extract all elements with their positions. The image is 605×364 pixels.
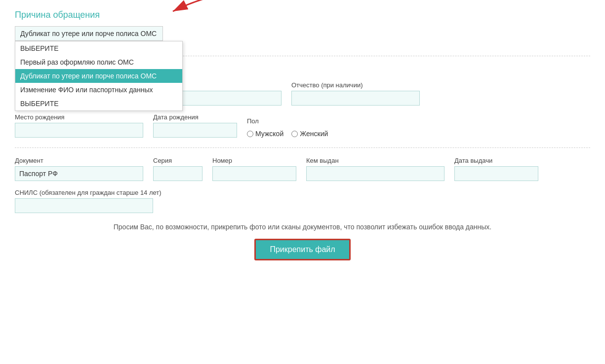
issued-by-label: Кем выдан xyxy=(306,157,444,164)
snils-row: СНИЛС (обязателен для граждан старше 14 … xyxy=(15,189,590,213)
birthdate-label: Дата рождения xyxy=(153,113,237,121)
document-section: Документ Серия Номер Кем выдан Дата выда… xyxy=(15,157,590,213)
gender-male-radio[interactable] xyxy=(247,131,253,137)
number-label: Номер xyxy=(212,157,296,164)
issued-by-group: Кем выдан xyxy=(306,157,444,181)
document-row-1: Документ Серия Номер Кем выдан Дата выда… xyxy=(15,157,590,181)
reason-section: Причина обращения Дубликат по утере или … xyxy=(15,10,590,46)
attach-file-button[interactable]: Прикрепить файл xyxy=(254,239,350,260)
dropdown-option-choose2[interactable]: ВЫБЕРИТЕ xyxy=(15,97,182,110)
issue-date-label: Дата выдачи xyxy=(454,157,538,164)
dropdown-option-change[interactable]: Изменение ФИО или паспортных данных xyxy=(15,83,182,97)
reason-title: Причина обращения xyxy=(15,10,590,20)
personal-row-2: Место рождения Дата рождения Пол Мужской… xyxy=(15,113,590,138)
middle-name-label: Отчество (при наличии) xyxy=(291,81,420,89)
dropdown-option-first[interactable]: Первый раз оформляю полис ОМС xyxy=(15,55,182,69)
number-input[interactable] xyxy=(212,166,296,181)
gender-male-text: Мужской xyxy=(255,130,283,138)
gender-label: Пол xyxy=(247,117,328,125)
middle-name-input[interactable] xyxy=(291,91,420,106)
birthplace-label: Место рождения xyxy=(15,113,143,121)
gender-male-label[interactable]: Мужской xyxy=(247,130,283,138)
number-group: Номер xyxy=(212,157,296,181)
issue-date-group: Дата выдачи xyxy=(454,157,538,181)
dropdown-option-choose[interactable]: ВЫБЕРИТЕ xyxy=(15,41,182,55)
snils-group: СНИЛС (обязателен для граждан старше 14 … xyxy=(15,189,161,213)
gender-female-text: Женский xyxy=(300,130,328,138)
bottom-note: Просим Вас, по возможности, прикрепить ф… xyxy=(15,223,590,231)
document-type-label: Документ xyxy=(15,157,143,164)
snils-label: СНИЛС (обязателен для граждан старше 14 … xyxy=(15,189,161,196)
series-group: Серия xyxy=(153,157,202,181)
series-label: Серия xyxy=(153,157,202,164)
issued-by-input[interactable] xyxy=(306,166,444,181)
issue-date-input[interactable] xyxy=(454,166,538,181)
attach-button-wrapper: Прикрепить файл xyxy=(15,239,590,260)
gender-group: Пол Мужской Женский xyxy=(247,117,328,138)
reason-dropdown-list: ВЫБЕРИТЕ Первый раз оформляю полис ОМС Д… xyxy=(15,41,183,111)
document-type-input[interactable] xyxy=(15,166,143,181)
gender-options: Мужской Женский xyxy=(247,127,328,138)
gender-female-radio[interactable] xyxy=(291,131,298,137)
birthdate-group: Дата рождения xyxy=(153,113,237,138)
snils-input[interactable] xyxy=(15,198,153,213)
birthplace-group: Место рождения xyxy=(15,113,143,138)
dropdown-option-duplicate[interactable]: Дубликат по утере или порче полиса ОМС xyxy=(15,69,182,83)
birthdate-input[interactable] xyxy=(153,123,237,138)
gender-female-label[interactable]: Женский xyxy=(291,130,328,138)
dropdown-annotation-wrapper: Дубликат по утере или порче полиса ОМС В… xyxy=(15,26,590,46)
document-type-group: Документ xyxy=(15,157,143,181)
middle-name-group: Отчество (при наличии) xyxy=(291,81,420,106)
reason-dropdown[interactable]: Дубликат по утере или порче полиса ОМС В… xyxy=(15,26,163,41)
series-input[interactable] xyxy=(153,166,202,181)
birthplace-input[interactable] xyxy=(15,123,143,138)
divider-2 xyxy=(15,147,590,148)
reason-dropdown-selected[interactable]: Дубликат по утере или порче полиса ОМС xyxy=(15,26,163,41)
